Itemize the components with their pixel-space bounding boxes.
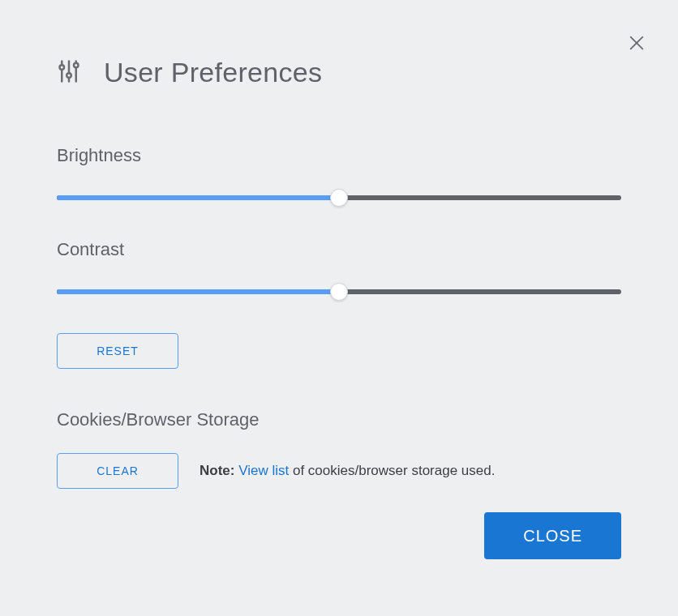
slider-fill xyxy=(57,195,339,200)
close-icon[interactable] xyxy=(628,34,646,55)
svg-point-7 xyxy=(74,62,79,67)
contrast-section: Contrast xyxy=(57,239,621,299)
clear-button[interactable]: CLEAR xyxy=(57,453,178,489)
brightness-slider[interactable] xyxy=(57,189,621,205)
storage-label: Cookies/Browser Storage xyxy=(57,409,621,430)
modal-header: User Preferences xyxy=(57,57,621,88)
note-label: Note: xyxy=(200,463,234,478)
note-suffix: of cookies/browser storage used. xyxy=(289,463,495,478)
slider-thumb[interactable] xyxy=(330,283,348,301)
contrast-label: Contrast xyxy=(57,239,621,260)
modal-footer: CLOSE xyxy=(484,512,621,559)
storage-note: Note: View list of cookies/browser stora… xyxy=(200,463,495,479)
storage-row: CLEAR Note: View list of cookies/browser… xyxy=(57,453,621,489)
sliders-icon xyxy=(57,59,81,87)
reset-button[interactable]: RESET xyxy=(57,333,178,369)
svg-point-6 xyxy=(67,73,71,78)
brightness-label: Brightness xyxy=(57,145,621,166)
user-preferences-modal: User Preferences Brightness Contrast RES… xyxy=(0,0,678,521)
contrast-slider[interactable] xyxy=(57,283,621,299)
slider-fill xyxy=(57,289,339,294)
view-list-link[interactable]: View list xyxy=(238,463,289,478)
close-button[interactable]: CLOSE xyxy=(484,512,621,559)
modal-title: User Preferences xyxy=(104,57,322,88)
storage-section: Cookies/Browser Storage CLEAR Note: View… xyxy=(57,409,621,489)
slider-thumb[interactable] xyxy=(330,189,348,207)
brightness-section: Brightness xyxy=(57,145,621,205)
svg-point-5 xyxy=(60,65,65,70)
